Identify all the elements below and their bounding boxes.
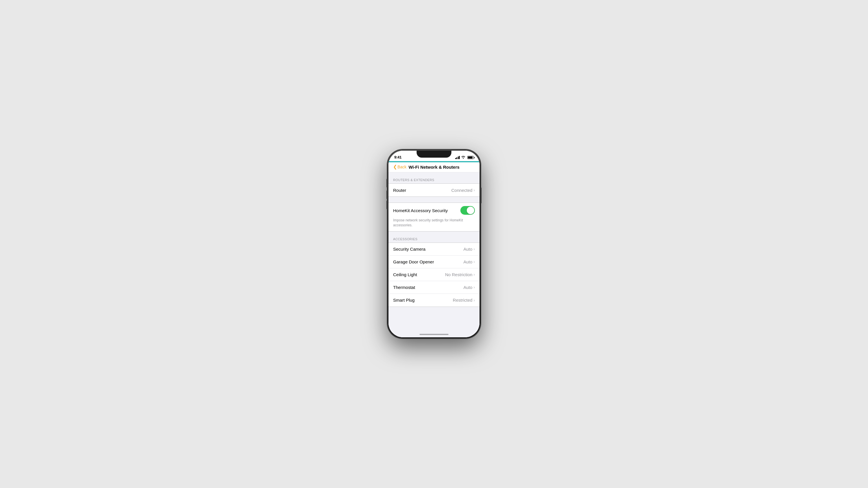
router-right: Connected › [452, 188, 475, 193]
notch [416, 151, 452, 158]
security-camera-item[interactable]: Security Camera Auto › [389, 243, 479, 256]
router-label: Router [393, 188, 406, 193]
router-chevron-icon: › [473, 188, 475, 192]
routers-section: ROUTERS & EXTENDERS Router Connected › [389, 178, 479, 197]
phone-frame: 9:41 [388, 150, 480, 338]
homekit-toggle-label: HomeKit Accessory Security [393, 208, 447, 213]
nav-title: Wi-Fi Network & Routers [408, 165, 460, 169]
ceiling-light-right: No Restriction › [445, 272, 475, 277]
accessories-section-header: ACCESSORIES [389, 237, 479, 242]
garage-door-label: Garage Door Opener [393, 259, 434, 264]
thermostat-item[interactable]: Thermostat Auto › [389, 281, 479, 294]
homekit-description: Impose network security settings for Hom… [389, 218, 479, 231]
homekit-toggle-row: HomeKit Accessory Security [389, 203, 479, 218]
router-value: Connected [452, 188, 472, 193]
ceiling-light-chevron-icon: › [473, 272, 475, 277]
security-camera-chevron-icon: › [473, 247, 475, 251]
routers-section-header: ROUTERS & EXTENDERS [389, 178, 479, 184]
home-indicator [420, 334, 448, 335]
toggle-knob [467, 207, 474, 214]
content-area: ROUTERS & EXTENDERS Router Connected › [389, 172, 479, 337]
smart-plug-right: Restricted › [453, 298, 475, 302]
garage-door-chevron-icon: › [473, 259, 475, 264]
security-camera-label: Security Camera [393, 247, 426, 252]
thermostat-value: Auto [463, 285, 472, 290]
accessories-section: ACCESSORIES Security Camera Auto › Gar [389, 237, 479, 307]
status-time: 9:41 [394, 155, 402, 159]
battery-icon [467, 156, 474, 159]
thermostat-chevron-icon: › [473, 285, 475, 290]
phone-screen: 9:41 [389, 151, 479, 337]
wifi-icon [461, 156, 465, 159]
thermostat-right: Auto › [463, 285, 475, 290]
smart-plug-item[interactable]: Smart Plug Restricted › [389, 294, 479, 306]
security-camera-value: Auto [463, 247, 472, 252]
ceiling-light-label: Ceiling Light [393, 272, 417, 277]
ceiling-light-item[interactable]: Ceiling Light No Restriction › [389, 268, 479, 281]
smart-plug-chevron-icon: › [473, 298, 475, 302]
chevron-left-icon: ❮ [393, 165, 397, 169]
status-icons [455, 156, 474, 159]
smart-plug-value: Restricted [453, 298, 472, 302]
thermostat-label: Thermostat [393, 285, 415, 290]
accessories-list: Security Camera Auto › Garage Door Opene… [389, 242, 479, 307]
security-camera-right: Auto › [463, 247, 475, 252]
nav-bar: ❮ Back Wi-Fi Network & Routers [389, 162, 479, 172]
garage-door-value: Auto [463, 259, 472, 264]
router-item[interactable]: Router Connected › [389, 184, 479, 196]
signal-icon [455, 156, 460, 159]
homekit-section: HomeKit Accessory Security Impose networ… [389, 202, 479, 232]
garage-door-item[interactable]: Garage Door Opener Auto › [389, 256, 479, 268]
back-button[interactable]: ❮ Back [393, 165, 406, 169]
routers-list: Router Connected › [389, 184, 479, 197]
status-bar: 9:41 [389, 151, 479, 161]
back-label: Back [398, 165, 406, 169]
smart-plug-label: Smart Plug [393, 298, 414, 302]
garage-door-right: Auto › [463, 259, 475, 264]
homekit-toggle[interactable] [460, 206, 475, 215]
ceiling-light-value: No Restriction [445, 272, 472, 277]
